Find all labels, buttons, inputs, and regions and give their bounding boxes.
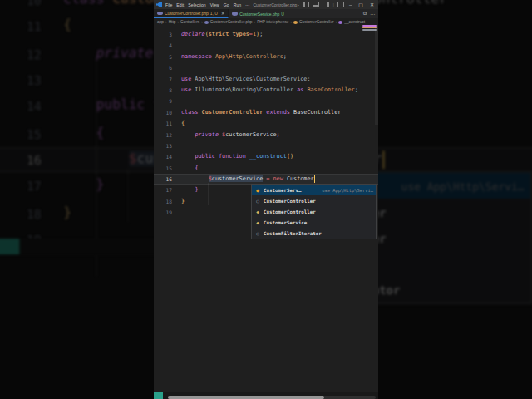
suggestion-label: CustomerServ…: [264, 188, 301, 193]
code-line[interactable]: 6: [154, 62, 378, 73]
line-number: 11: [154, 118, 172, 129]
tab-label: CustomerService.php: [239, 12, 279, 17]
token: $: [219, 131, 225, 138]
line-number: 14: [154, 151, 172, 162]
breadcrumb-item[interactable]: CustomerController.php: [210, 20, 253, 24]
code-line[interactable]: 15 {: [154, 163, 378, 174]
close-button[interactable]: ✕: [368, 2, 376, 7]
video-progress-bar[interactable]: [168, 396, 324, 399]
menu-item-selection[interactable]: Selection: [188, 2, 205, 7]
token: customerService: [225, 131, 276, 138]
titlebar-separator: |: [332, 2, 334, 7]
suggestion-item[interactable]: ●CustomerServ…use App\Http\Servi…: [252, 185, 376, 195]
tab-customerservice-php[interactable]: CustomerService.phpU: [229, 9, 288, 18]
code-line[interactable]: 5namespace App\Http\Controllers;: [154, 52, 378, 62]
code-line[interactable]: 12 private $customerService;: [154, 130, 378, 140]
token: ;: [283, 53, 287, 60]
menu-item-file[interactable]: File: [165, 2, 172, 7]
line-number: 5: [154, 52, 172, 62]
token: use: [181, 86, 191, 93]
code-line[interactable]: 8use Illuminate\Routing\Controller as Ba…: [154, 85, 378, 96]
line-number: 18: [154, 196, 172, 207]
editor-actions: ⧉⋯: [360, 9, 378, 18]
menu-item-run[interactable]: Run: [234, 2, 242, 7]
token: __construct: [246, 153, 287, 160]
code-line[interactable]: 11{: [154, 118, 378, 129]
code-line[interactable]: 10class CustomerController extends BaseC…: [154, 107, 378, 118]
code-text: {: [181, 163, 198, 174]
token: BaseController: [303, 86, 354, 93]
split-editor-icon[interactable]: ⧉: [363, 11, 367, 17]
code-line[interactable]: 4: [154, 40, 378, 51]
line-number: 16: [154, 174, 172, 185]
breadcrumb-item[interactable]: Http: [169, 20, 176, 24]
breadcrumb-item[interactable]: CustomerController: [299, 20, 334, 24]
editor-scrollbar[interactable]: [375, 25, 378, 125]
suggestion-item[interactable]: ○CustomFilterIterator: [252, 228, 376, 239]
token: new: [273, 175, 283, 182]
suggestion-detail: use App\Http\Servi…: [322, 188, 373, 193]
remote-indicator-button[interactable]: [154, 392, 163, 399]
code-text: private $customerService;: [181, 130, 280, 140]
token: ;: [259, 31, 263, 37]
code-text: public function __construct(): [181, 151, 293, 162]
suggestion-label: CustomFilterIterator: [264, 231, 322, 236]
tab-close-icon[interactable]: ✕: [221, 11, 224, 16]
token: declare: [181, 31, 205, 37]
php-symbol-icon: [204, 21, 209, 24]
breadcrumb-item[interactable]: app: [157, 20, 164, 24]
customize-layout-icon[interactable]: [337, 2, 344, 7]
maximize-button[interactable]: ▢: [357, 2, 365, 7]
misc-kind-icon: ○: [254, 198, 261, 204]
menu-item-⋯[interactable]: ⋯: [245, 2, 249, 7]
menu-item-view[interactable]: View: [210, 2, 219, 7]
code-text: }: [181, 185, 198, 195]
tab-git-badge: 1, U: [210, 11, 218, 16]
token: }: [181, 198, 185, 204]
code-text: use App\Http\Services\CustomerService;: [181, 74, 311, 85]
tab-customercontroller-php[interactable]: CustomerController.php1, U✕: [154, 9, 229, 18]
suggestion-item[interactable]: ◆CustomerService: [252, 217, 376, 228]
suggestion-item[interactable]: ◆CustomerController: [252, 206, 376, 217]
menu-item-edit[interactable]: Edit: [176, 2, 184, 7]
token: strict_types: [209, 31, 249, 37]
line-number: 10: [154, 107, 172, 118]
minimize-button[interactable]: –: [347, 2, 353, 7]
breadcrumb: app›Http›Controllers›CustomerController.…: [154, 18, 378, 26]
title-bar: FileEditSelectionViewGoRun⋯ CustomerCont…: [154, 0, 378, 9]
code-text: declare(strict_types=1);: [181, 29, 263, 40]
more-actions-icon[interactable]: ⋯: [370, 11, 375, 17]
window-title: CustomerController.php - varen - Visual …: [253, 2, 299, 7]
vscode-logo-icon: [156, 2, 162, 7]
classalt-kind-icon: ◆: [254, 219, 261, 225]
code-line[interactable]: 9: [154, 96, 378, 106]
toggle-sidebar-icon[interactable]: [303, 2, 309, 7]
code-text: namespace App\Http\Controllers;: [181, 52, 287, 62]
token: [181, 186, 195, 193]
breadcrumb-separator: ›: [336, 20, 337, 24]
suggestion-item[interactable]: ○CustomerController: [252, 195, 376, 206]
code-line[interactable]: 14 public function __construct(): [154, 151, 378, 162]
menu-item-go[interactable]: Go: [224, 2, 229, 7]
screenshot-stage: FileEditSelectionViewGoRun⋯ CustomerCont…: [0, 0, 532, 399]
breadcrumb-separator: ›: [201, 20, 203, 24]
indent-guide: [208, 183, 209, 205]
php-file-icon: [157, 12, 163, 16]
breadcrumb-item[interactable]: Controllers: [180, 20, 200, 24]
class-kind-icon: ●: [254, 187, 261, 193]
token: [181, 165, 195, 171]
token: (): [287, 153, 293, 160]
breadcrumb-item[interactable]: PHP intelephense: [257, 20, 288, 24]
toggle-panel-icon[interactable]: [313, 2, 319, 7]
token: use: [181, 76, 191, 82]
token: App\Http\Controllers: [212, 53, 283, 60]
code-line[interactable]: 3declare(strict_types=1);: [154, 29, 378, 40]
code-line[interactable]: 7use App\Http\Services\CustomerService;: [154, 74, 378, 85]
line-number: 19: [154, 207, 172, 218]
tab-label: CustomerController.php: [165, 11, 209, 16]
line-number: 9: [154, 96, 172, 106]
token: {: [181, 120, 185, 126]
code-line[interactable]: 13: [154, 140, 378, 151]
toggle-secondary-sidebar-icon[interactable]: [323, 2, 329, 7]
text-cursor: [314, 175, 315, 183]
